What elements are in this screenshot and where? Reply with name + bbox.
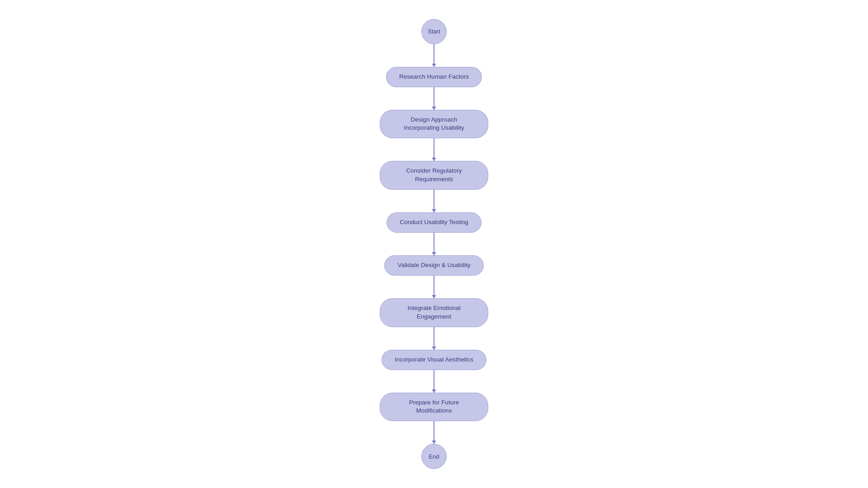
validate-node: Validate Design & Usability bbox=[384, 255, 483, 276]
connector-3 bbox=[434, 138, 434, 161]
future-node: Prepare for Future Modifications bbox=[380, 393, 488, 422]
start-node: Start bbox=[421, 19, 447, 44]
usability-node: Conduct Usability Testing bbox=[387, 212, 481, 233]
visual-node: Incorporate Visual Aesthetics bbox=[382, 350, 486, 370]
connector-6 bbox=[434, 276, 434, 298]
connector-2 bbox=[434, 87, 434, 110]
connector-1 bbox=[434, 44, 434, 67]
research-node: Research Human Factors bbox=[386, 67, 482, 87]
emotional-node: Integrate Emotional Engagement bbox=[380, 298, 488, 327]
connector-5 bbox=[434, 233, 434, 255]
connector-7 bbox=[434, 327, 434, 350]
design-node: Design Approach Incorporating Usability bbox=[380, 110, 488, 139]
connector-8 bbox=[434, 370, 434, 393]
end-node: End bbox=[421, 444, 447, 469]
connector-9 bbox=[434, 421, 434, 444]
connector-4 bbox=[434, 190, 434, 212]
regulatory-node: Consider Regulatory Requirements bbox=[380, 161, 488, 190]
flowchart: Start Research Human Factors Design Appr… bbox=[380, 10, 488, 479]
